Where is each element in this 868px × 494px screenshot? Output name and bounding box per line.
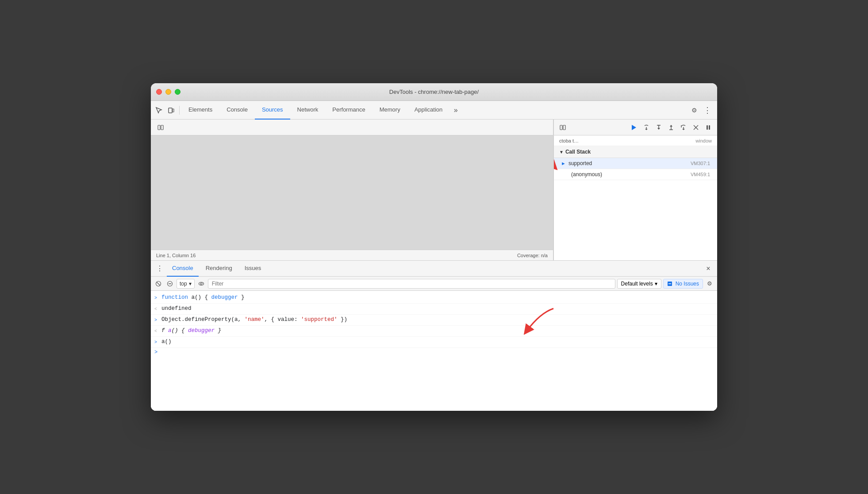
tab-application[interactable]: Application xyxy=(407,101,450,120)
svg-marker-13 xyxy=(670,125,672,127)
console-line-1: > function a() { debugger } xyxy=(151,293,717,304)
call-stack-header[interactable]: ▼ Call Stack xyxy=(554,146,717,158)
frame-location-supported: VM307:1 xyxy=(691,161,710,166)
step-back-icon[interactable] xyxy=(678,122,689,133)
clear-output-icon[interactable] xyxy=(165,279,175,289)
frame-name-anonymous: (anonymous) xyxy=(571,171,602,178)
minimize-button[interactable] xyxy=(165,89,171,95)
tab-console[interactable]: Console xyxy=(219,101,255,120)
step-out-icon[interactable] xyxy=(666,122,676,133)
traffic-lights xyxy=(156,89,181,95)
inspector-icon[interactable] xyxy=(153,104,165,116)
toolbar-separator xyxy=(179,106,180,115)
tab-performance[interactable]: Performance xyxy=(325,101,372,120)
close-drawer-icon[interactable]: × xyxy=(703,263,714,274)
sources-panel: Line 1, Column 16 Coverage: n/a xyxy=(151,120,553,260)
maximize-button[interactable] xyxy=(175,89,181,95)
settings-icon[interactable]: ⚙ xyxy=(688,104,700,116)
step-over-icon[interactable] xyxy=(641,122,652,133)
console-line-3: > Object.defineProperty(a, 'name', { val… xyxy=(151,315,717,326)
sources-toolbar xyxy=(151,120,553,135)
console-line-2: < undefined xyxy=(151,304,717,315)
svg-marker-8 xyxy=(645,129,648,130)
cursor-position: Line 1, Column 16 xyxy=(156,253,196,258)
filter-input[interactable] xyxy=(208,279,615,289)
console-output-container: > function a() { debugger } < undefined xyxy=(151,291,717,411)
resume-icon[interactable] xyxy=(629,122,639,133)
line-content-1: function a() { debugger } xyxy=(161,293,714,301)
console-output: > function a() { debugger } < undefined xyxy=(151,291,717,411)
svg-rect-5 xyxy=(563,125,565,130)
tab-console-bottom[interactable]: Console xyxy=(167,261,199,277)
svg-marker-6 xyxy=(632,125,636,130)
svg-rect-0 xyxy=(169,108,172,113)
call-stack-arrow: ▼ xyxy=(559,150,564,154)
expand-panel-icon[interactable] xyxy=(557,122,568,133)
tab-rendering[interactable]: Rendering xyxy=(200,261,238,277)
console-line-4: < f a() { debugger } xyxy=(151,326,717,337)
main-area: Line 1, Column 16 Coverage: n/a xyxy=(151,120,717,411)
status-bar: Line 1, Column 16 Coverage: n/a xyxy=(151,250,553,260)
top-toolbar: Elements Console Sources Network Perform… xyxy=(151,101,717,120)
line-arrow-4: < xyxy=(154,327,161,336)
toolbar-right: ⚙ ⋮ xyxy=(688,104,715,116)
tab-elements[interactable]: Elements xyxy=(181,101,219,120)
svg-marker-10 xyxy=(657,128,660,130)
console-more-icon[interactable]: ⋮ xyxy=(154,263,165,274)
call-stack-item-supported[interactable]: ► supported VM307:1 xyxy=(554,158,717,169)
svg-rect-20 xyxy=(707,125,708,130)
svg-rect-21 xyxy=(709,125,710,130)
frame-location-anonymous: VM459:1 xyxy=(691,172,710,177)
more-options-icon[interactable]: ⋮ xyxy=(701,104,714,116)
tab-sources[interactable]: Sources xyxy=(255,101,290,120)
svg-rect-3 xyxy=(161,125,163,130)
svg-rect-2 xyxy=(158,125,160,130)
call-stack-label: Call Stack xyxy=(565,149,591,155)
call-stack-item-anonymous[interactable]: (anonymous) VM459:1 xyxy=(554,169,717,180)
deactivate-breakpoints-icon[interactable] xyxy=(691,122,701,133)
line-arrow-5: > xyxy=(154,338,161,347)
tab-issues[interactable]: Issues xyxy=(239,261,267,277)
main-tabs: Elements Console Sources Network Perform… xyxy=(181,101,688,119)
svg-point-28 xyxy=(200,283,202,285)
svg-marker-16 xyxy=(682,129,685,130)
line-content-4: f a() { debugger } xyxy=(161,327,714,335)
coverage-status: Coverage: n/a xyxy=(517,253,548,258)
no-issues-button[interactable]: No Issues xyxy=(663,279,703,289)
console-line-5: > a() xyxy=(151,337,717,348)
device-mode-icon[interactable] xyxy=(165,104,177,116)
active-frame-icon: ► xyxy=(561,161,566,166)
line-arrow-2: < xyxy=(154,305,161,313)
console-panel: ⋮ Console Rendering Issues × xyxy=(151,260,717,411)
console-tabs: ⋮ Console Rendering Issues × xyxy=(151,261,717,277)
svg-line-24 xyxy=(157,282,160,286)
more-tabs-icon[interactable]: » xyxy=(449,104,462,116)
scope-item-global[interactable]: ctoba t… window xyxy=(554,135,717,146)
console-settings-icon[interactable]: ⚙ xyxy=(705,279,714,289)
tab-network[interactable]: Network xyxy=(290,101,326,120)
console-prompt: > xyxy=(154,349,157,355)
pause-on-exception-icon[interactable] xyxy=(703,122,714,133)
close-button[interactable] xyxy=(156,89,162,95)
step-into-icon[interactable] xyxy=(653,122,664,133)
tab-memory[interactable]: Memory xyxy=(373,101,407,120)
clear-console-icon[interactable] xyxy=(154,279,163,289)
console-input-line[interactable]: > xyxy=(151,348,717,357)
eye-icon[interactable] xyxy=(196,279,206,289)
svg-rect-1 xyxy=(173,109,174,112)
levels-chevron-icon: ▾ xyxy=(655,281,657,287)
line-arrow-3: > xyxy=(154,316,161,324)
devtools-container: Elements Console Sources Network Perform… xyxy=(151,101,717,411)
debugger-panel: ctoba t… window ▼ Call Stack ► supported xyxy=(553,120,717,260)
context-selector[interactable]: top ▾ xyxy=(177,279,195,289)
frame-name-supported: supported xyxy=(568,160,592,166)
svg-rect-4 xyxy=(560,125,562,130)
line-arrow-1: > xyxy=(154,293,161,302)
line-content-2: undefined xyxy=(161,305,714,313)
console-toolbar: top ▾ Default levels ▾ xyxy=(151,277,717,291)
line-content-3: Object.defineProperty(a, 'name', { value… xyxy=(161,316,714,324)
right-panel-content: ctoba t… window ▼ Call Stack ► supported xyxy=(554,135,717,260)
show-navigator-icon[interactable] xyxy=(154,121,167,134)
title-bar: DevTools - chrome://new-tab-page/ xyxy=(151,83,717,101)
log-levels-button[interactable]: Default levels ▾ xyxy=(617,279,661,289)
